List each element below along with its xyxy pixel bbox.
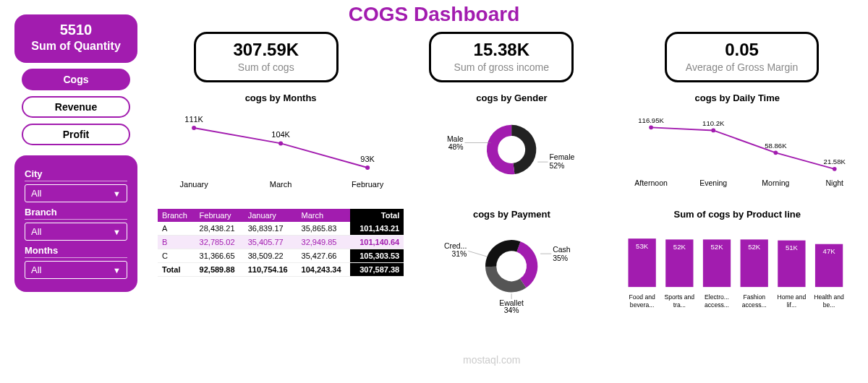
- svg-text:be...: be...: [822, 301, 835, 309]
- svg-text:53K: 53K: [636, 242, 649, 250]
- table-row[interactable]: C31,366.6538,509.2235,427.66105,303.53: [158, 249, 404, 263]
- main-area: 307.59KSum of cogs 15.38KSum of gross in…: [152, 32, 861, 330]
- svg-text:110.2K: 110.2K: [702, 119, 725, 127]
- slicer-branch-value: All: [31, 226, 41, 237]
- kpi-gross-margin: 0.05Average of Gross Margin: [665, 32, 819, 82]
- kpi-label: Sum of gross income: [450, 61, 553, 73]
- chart-title: cogs by Months: [158, 92, 404, 103]
- branch-matrix[interactable]: BranchFebruaryJanuaryMarchTotalA28,438.2…: [152, 206, 409, 330]
- svg-text:Cash: Cash: [553, 246, 571, 254]
- svg-point-2: [278, 141, 283, 145]
- slicer-branch[interactable]: All▼: [25, 223, 127, 241]
- kpi-value: 307.59K: [215, 40, 318, 60]
- chart-title: cogs by Daily Time: [620, 92, 855, 103]
- svg-text:Cred...: Cred...: [444, 242, 467, 250]
- kpi-gross-income: 15.38KSum of gross income: [429, 32, 574, 82]
- svg-text:access...: access...: [705, 301, 729, 309]
- chart-gender[interactable]: cogs by Gender Male48%Female52%: [409, 90, 613, 199]
- svg-text:January: January: [180, 180, 209, 189]
- svg-point-17: [711, 129, 715, 133]
- svg-text:34%: 34%: [504, 306, 519, 314]
- svg-point-4: [365, 165, 370, 170]
- svg-point-15: [649, 125, 653, 129]
- svg-line-35: [468, 251, 487, 257]
- svg-text:Male: Male: [447, 135, 464, 143]
- svg-text:Female: Female: [550, 153, 575, 161]
- kpi-value: 0.05: [686, 40, 798, 60]
- svg-text:52K: 52K: [710, 243, 723, 251]
- chevron-down-icon: ▼: [113, 189, 121, 198]
- kpi-cogs: 307.59KSum of cogs: [194, 32, 339, 82]
- slicer-months[interactable]: All▼: [25, 261, 127, 279]
- table-row[interactable]: Total92,589.88110,754.16104,243.34307,58…: [158, 263, 404, 277]
- quantity-value: 5510: [20, 22, 132, 38]
- slicer-months-value: All: [31, 264, 41, 275]
- chart-title: Sum of cogs by Product line: [620, 209, 855, 220]
- chart-title: cogs by Gender: [415, 92, 608, 103]
- slicer-city-value: All: [31, 188, 41, 199]
- kpi-row: 307.59KSum of cogs 15.38KSum of gross in…: [152, 32, 861, 82]
- svg-text:52K: 52K: [748, 243, 761, 251]
- svg-text:111K: 111K: [184, 115, 203, 124]
- svg-point-0: [192, 126, 196, 130]
- svg-text:bevera...: bevera...: [629, 301, 654, 309]
- svg-text:31%: 31%: [452, 250, 467, 258]
- slicer-months-label: Months: [25, 245, 127, 258]
- quantity-label: Sum of Quantity: [20, 40, 132, 53]
- kpi-label: Sum of cogs: [215, 61, 318, 73]
- svg-text:104K: 104K: [271, 130, 290, 139]
- watermark: mostaql.com: [463, 354, 520, 366]
- svg-text:47K: 47K: [822, 247, 835, 255]
- svg-text:March: March: [270, 180, 292, 189]
- svg-text:21.58K: 21.58K: [823, 158, 846, 165]
- svg-text:February: February: [352, 180, 384, 189]
- quantity-card: 5510 Sum of Quantity: [14, 14, 137, 63]
- chart-months[interactable]: cogs by Months 111K104K93KJanuaryMarchFe…: [152, 90, 409, 199]
- svg-point-21: [832, 167, 836, 171]
- slicer-city[interactable]: All▼: [25, 184, 127, 202]
- svg-text:Home and: Home and: [777, 293, 806, 301]
- svg-text:Food and: Food and: [629, 293, 655, 301]
- svg-text:52%: 52%: [550, 162, 565, 170]
- svg-text:58.86K: 58.86K: [765, 142, 787, 150]
- chart-row-1: cogs by Months 111K104K93KJanuaryMarchFe…: [152, 90, 861, 199]
- svg-text:Evening: Evening: [699, 178, 727, 187]
- table-row[interactable]: A28,438.2136,839.1735,865.83101,143.21: [158, 222, 404, 236]
- svg-text:Health and: Health and: [814, 293, 844, 301]
- nav-revenue[interactable]: Revenue: [22, 96, 130, 118]
- chart-product-line[interactable]: Sum of cogs by Product line 53KFood andb…: [614, 206, 861, 330]
- svg-text:35%: 35%: [553, 254, 568, 262]
- nav-cogs[interactable]: Cogs: [22, 69, 130, 90]
- svg-point-19: [773, 150, 778, 155]
- svg-text:93K: 93K: [360, 155, 375, 163]
- svg-text:116.95K: 116.95K: [638, 116, 664, 124]
- svg-text:51K: 51K: [785, 244, 798, 251]
- chevron-down-icon: ▼: [113, 266, 121, 275]
- chart-row-2: BranchFebruaryJanuaryMarchTotalA28,438.2…: [152, 206, 861, 330]
- svg-text:tra...: tra...: [673, 301, 685, 309]
- svg-text:48%: 48%: [448, 143, 464, 151]
- kpi-label: Average of Gross Margin: [686, 61, 798, 73]
- svg-text:Night: Night: [825, 178, 843, 187]
- svg-text:lif...: lif...: [786, 301, 796, 309]
- chart-dailytime[interactable]: cogs by Daily Time 116.95K110.2K58.86K21…: [614, 90, 861, 199]
- sidebar: 5510 Sum of Quantity Cogs Revenue Profit…: [14, 14, 137, 292]
- slicer-city-label: City: [25, 168, 127, 181]
- svg-text:Fashion: Fashion: [743, 293, 765, 301]
- slicer-panel: City All▼ Branch All▼ Months All▼: [14, 155, 137, 292]
- table-row[interactable]: B32,785.0235,405.7732,949.85101,140.64: [158, 236, 404, 249]
- svg-text:Electro...: Electro...: [705, 293, 729, 301]
- kpi-value: 15.38K: [450, 40, 553, 60]
- svg-text:access...: access...: [741, 301, 766, 309]
- svg-text:Morning: Morning: [762, 178, 789, 187]
- svg-text:52K: 52K: [673, 243, 686, 251]
- chart-title: cogs by Payment: [415, 209, 608, 220]
- svg-text:Sports and: Sports and: [664, 293, 694, 301]
- slicer-branch-label: Branch: [25, 207, 127, 220]
- svg-text:Afternoon: Afternoon: [634, 178, 668, 187]
- chevron-down-icon: ▼: [113, 228, 121, 236]
- chart-payment[interactable]: cogs by Payment Cash35%Ewallet34%Cred...…: [409, 206, 613, 330]
- nav-profit[interactable]: Profit: [22, 124, 130, 145]
